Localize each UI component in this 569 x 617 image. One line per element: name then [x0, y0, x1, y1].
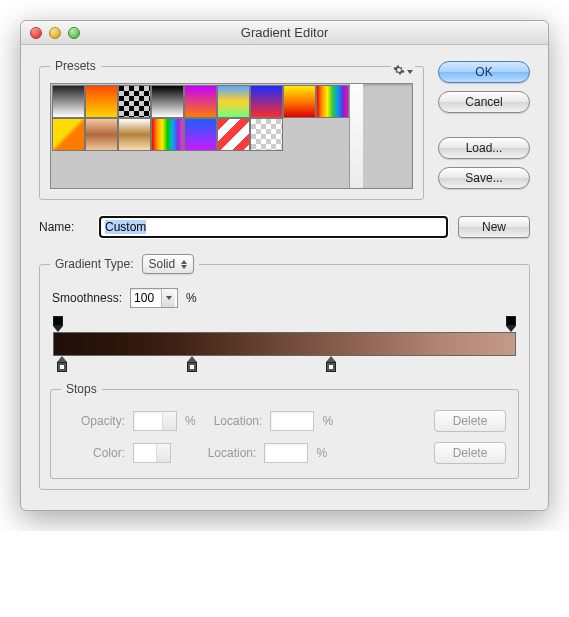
smoothness-input[interactable]	[131, 291, 161, 305]
presets-menu-button[interactable]	[391, 64, 415, 79]
presets-scrollbar[interactable]	[349, 84, 363, 188]
save-button[interactable]: Save...	[438, 167, 530, 189]
opacity-label: Opacity:	[63, 414, 125, 428]
presets-fieldset: Presets	[39, 59, 424, 200]
color-location-unit: %	[316, 446, 327, 460]
stops-legend: Stops	[61, 382, 102, 396]
opacity-stop[interactable]	[52, 316, 64, 332]
titlebar: Gradient Editor	[21, 21, 548, 45]
preset-swatch[interactable]	[52, 118, 85, 151]
color-stop-row: Color: % Location: % Delete	[63, 442, 506, 464]
minimize-window-button[interactable]	[49, 27, 61, 39]
preset-swatch[interactable]	[250, 85, 283, 118]
delete-color-stop-button: Delete	[434, 442, 506, 464]
smoothness-unit: %	[186, 291, 197, 305]
opacity-location-label: Location:	[214, 414, 263, 428]
smoothness-row: Smoothness: %	[52, 288, 519, 308]
opacity-stop-handle-icon	[53, 316, 63, 326]
dialog-content: Presets	[21, 45, 548, 510]
gradient-type-legend: Gradient Type: Solid	[50, 254, 199, 274]
name-row: Name: New	[39, 216, 530, 238]
preset-swatch[interactable]	[184, 118, 217, 151]
preset-swatch[interactable]	[118, 85, 151, 118]
opacity-stop-handle-icon	[506, 316, 516, 326]
smoothness-field[interactable]	[130, 288, 178, 308]
color-well	[133, 443, 171, 463]
gradient-bar-area	[53, 316, 516, 374]
preset-swatch[interactable]	[217, 118, 250, 151]
color-location-field	[264, 443, 308, 463]
opacity-stop-row: Opacity: % Location: % Delete	[63, 410, 506, 432]
color-location-label: Location:	[208, 446, 257, 460]
color-label: Color:	[63, 446, 125, 460]
color-stop[interactable]	[56, 356, 68, 372]
name-input[interactable]	[99, 216, 448, 238]
ok-button[interactable]: OK	[438, 61, 530, 83]
color-stop-handle-icon	[187, 362, 197, 372]
gear-icon	[393, 64, 405, 79]
gradient-bar[interactable]	[53, 332, 516, 356]
gradient-type-label: Gradient Type:	[55, 257, 134, 271]
gradient-type-select[interactable]: Solid	[142, 254, 195, 274]
color-stop[interactable]	[325, 356, 337, 372]
dialog-button-column: OK Cancel Load... Save...	[438, 61, 530, 200]
cancel-button[interactable]: Cancel	[438, 91, 530, 113]
close-window-button[interactable]	[30, 27, 42, 39]
opacity-unit: %	[185, 414, 196, 428]
gradient-editor-window: Gradient Editor Presets	[20, 20, 549, 511]
preset-swatch[interactable]	[52, 85, 85, 118]
opacity-location-field	[270, 411, 314, 431]
preset-swatch[interactable]	[85, 118, 118, 151]
preset-swatches	[51, 84, 349, 188]
presets-legend: Presets	[50, 59, 101, 73]
load-button[interactable]: Load...	[438, 137, 530, 159]
opacity-location-unit: %	[322, 414, 333, 428]
preset-swatch[interactable]	[151, 118, 184, 151]
preset-swatch[interactable]	[316, 85, 349, 118]
color-stop-handle-icon	[57, 362, 67, 372]
preset-swatch[interactable]	[151, 85, 184, 118]
opacity-field	[133, 411, 177, 431]
gradient-type-value: Solid	[149, 257, 176, 271]
preset-swatch[interactable]	[85, 85, 118, 118]
preset-swatch[interactable]	[217, 85, 250, 118]
traffic-lights	[30, 27, 80, 39]
new-button[interactable]: New	[458, 216, 530, 238]
preset-swatch[interactable]	[184, 85, 217, 118]
stops-fieldset: Stops Opacity: % Location: % Delete Colo…	[50, 382, 519, 479]
preset-swatch[interactable]	[250, 118, 283, 151]
chevron-down-icon	[166, 296, 172, 300]
color-stop-handle-icon	[326, 362, 336, 372]
window-title: Gradient Editor	[21, 25, 548, 40]
name-label: Name:	[39, 220, 89, 234]
preset-swatch[interactable]	[283, 85, 316, 118]
smoothness-dropdown[interactable]	[161, 289, 175, 307]
smoothness-label: Smoothness:	[52, 291, 122, 305]
color-stop[interactable]	[186, 356, 198, 372]
gradient-type-fieldset: Gradient Type: Solid Smoothness: %	[39, 254, 530, 490]
delete-opacity-stop-button: Delete	[434, 410, 506, 432]
opacity-stop[interactable]	[505, 316, 517, 332]
select-arrows-icon	[181, 260, 187, 269]
chevron-down-icon	[407, 70, 413, 74]
presets-well	[50, 83, 413, 189]
zoom-window-button[interactable]	[68, 27, 80, 39]
preset-swatch[interactable]	[118, 118, 151, 151]
